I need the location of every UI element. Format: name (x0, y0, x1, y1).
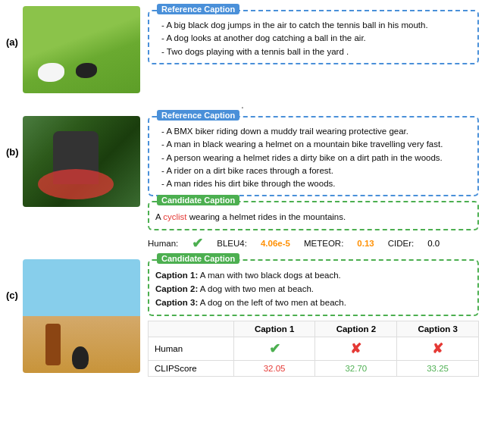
cider-label-b: CIDEr: (388, 239, 415, 248)
cand-title-c: Candidate Caption (157, 253, 239, 264)
section-c: (c) Candidate Caption Caption 1: A man w… (6, 259, 479, 377)
col-header-3: Caption 3 (397, 321, 479, 337)
cider-value-b: 0.0 (427, 239, 440, 248)
ref-caption-a-2: A dog looks at another dog catching a ba… (155, 32, 471, 45)
cap1-label: Caption 1: (155, 271, 198, 280)
cand-caption-c2: Caption 2: A dog with two men at beach. (155, 282, 471, 296)
cand-caption-c1: Caption 1: A man with two black dogs at … (155, 268, 471, 282)
ref-caption-b-4: A rider on a dirt bike races through a f… (155, 164, 471, 177)
ref-captions-b: A BMX biker riding down a muddy trail we… (155, 125, 471, 190)
table-row-clipscore: CLIPScore 32.05 32.70 33.25 (149, 360, 479, 376)
content-c: Candidate Caption Caption 1: A man with … (148, 259, 479, 377)
divider-dot: · (6, 101, 479, 113)
image-c (23, 259, 140, 373)
clip-c2-value: 32.70 (345, 364, 367, 373)
human-check-b: ✔ (192, 235, 203, 252)
content-b: Reference Caption A BMX biker riding dow… (148, 116, 479, 252)
cand-captions-c: Caption 1: A man with two black dogs at … (155, 268, 471, 310)
human-row-label: Human (149, 337, 234, 360)
cand-box-b: Candidate Caption A cyclist wearing a he… (148, 201, 479, 230)
label-b: (b) (6, 116, 23, 158)
ref-caption-b-2: A man in black wearing a helmet on a mou… (155, 138, 471, 151)
metrics-b: Human: ✔ BLEU4: 4.06e-5 METEOR: 0.13 CID… (148, 235, 479, 252)
table-header-row: Caption 1 Caption 2 Caption 3 (149, 321, 479, 337)
bleu-value-b: 4.06e-5 (261, 239, 290, 248)
meteor-label-b: METEOR: (304, 239, 343, 248)
human-c1-check: ✔ (269, 341, 280, 356)
col-header-1: Caption 1 (233, 321, 315, 337)
cand-caption-c3: Caption 3: A dog on the left of two men … (155, 296, 471, 309)
clip-c3: 33.25 (397, 360, 479, 376)
ref-caption-a-1: A big black dog jumps in the air to catc… (155, 19, 471, 32)
col-header-2: Caption 2 (315, 321, 397, 337)
cand-highlight-b: cyclist (163, 212, 186, 221)
cap2-label: Caption 2: (155, 284, 198, 293)
cap3-text: A dog on the left of two men at beach. (200, 298, 346, 307)
human-c3-cross: ✘ (432, 341, 443, 356)
ref-caption-b-3: A person wearing a helmet rides a dirty … (155, 152, 471, 164)
table-row-human: Human ✔ ✘ ✘ (149, 337, 479, 360)
clip-row-label: CLIPScore (149, 360, 234, 376)
clip-c3-value: 33.25 (427, 364, 449, 373)
content-a: Reference Caption A big black dog jumps … (148, 6, 479, 69)
human-c2: ✘ (315, 337, 397, 360)
image-a (23, 6, 140, 93)
ref-title-a: Reference Caption (157, 4, 239, 14)
ref-caption-b-1: A BMX biker riding down a muddy trail we… (155, 125, 471, 138)
ref-box-a: Reference Caption A big black dog jumps … (148, 10, 479, 64)
clip-c1: 32.05 (233, 360, 315, 376)
cap3-label: Caption 3: (155, 298, 198, 307)
meteor-value-b: 0.13 (357, 239, 374, 248)
cand-after-b: wearing a helmet rides in the mountains. (187, 212, 346, 221)
ref-box-b: Reference Caption A BMX biker riding dow… (148, 116, 479, 196)
image-b (23, 116, 140, 207)
label-a: (a) (6, 6, 23, 48)
cand-before-b: A (155, 212, 163, 221)
section-a: (a) Reference Caption A big black dog ju… (6, 6, 479, 93)
section-b: (b) Reference Caption A BMX biker riding… (6, 116, 479, 252)
ref-caption-b-5: A man rides his dirt bike through the wo… (155, 177, 471, 190)
col-header-0 (149, 321, 234, 337)
cap2-text: A dog with two men at beach. (200, 284, 314, 293)
human-label-b: Human: (148, 239, 178, 248)
cap1-text: A man with two black dogs at beach. (200, 271, 341, 280)
ref-caption-a-3: Two dogs playing with a tennis ball in t… (155, 45, 471, 58)
bleu-label-b: BLEU4: (217, 239, 247, 248)
cand-box-c: Candidate Caption Caption 1: A man with … (148, 259, 479, 316)
human-c3: ✘ (397, 337, 479, 360)
clip-c2: 32.70 (315, 360, 397, 376)
ref-title-b: Reference Caption (157, 110, 239, 121)
human-c2-cross: ✘ (350, 341, 361, 356)
label-c: (c) (6, 259, 23, 301)
cand-title-b: Candidate Caption (157, 195, 239, 205)
human-c1: ✔ (233, 337, 315, 360)
ref-captions-a: A big black dog jumps in the air to catc… (155, 19, 471, 58)
clip-c1-value: 32.05 (264, 364, 286, 373)
scores-table: Caption 1 Caption 2 Caption 3 Human ✔ ✘ … (148, 321, 479, 377)
cand-text-b: A cyclist wearing a helmet rides in the … (155, 210, 471, 224)
